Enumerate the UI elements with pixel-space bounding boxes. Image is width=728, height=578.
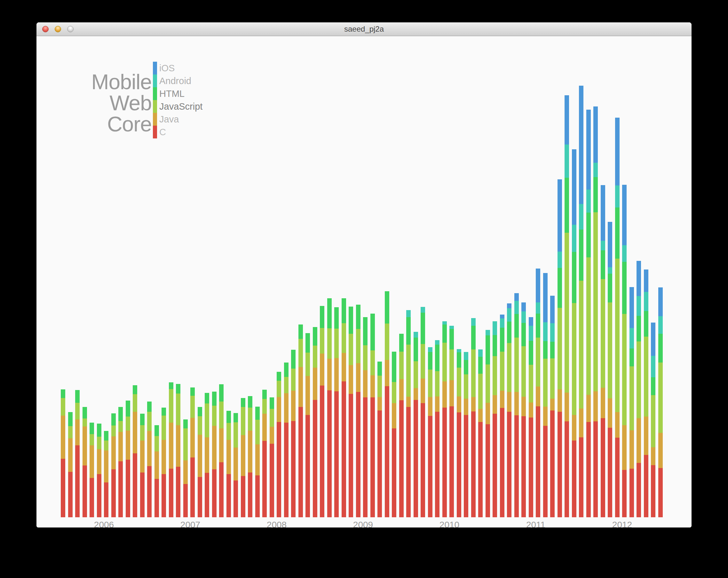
bar-segment-javascript: [428, 369, 433, 397]
bar-month-63: [514, 293, 519, 517]
bar-segment-ios: [608, 222, 612, 267]
bar-segment-html: [644, 311, 648, 337]
bar-segment-html: [385, 291, 389, 324]
bar-segment-java: [572, 415, 576, 441]
bar-segment-html: [615, 208, 620, 258]
bar-segment-c: [248, 472, 252, 517]
bar-segment-javascript: [565, 233, 569, 392]
bar-segment-java: [291, 391, 295, 421]
bar-segment-java: [586, 395, 591, 422]
bar-segment-javascript: [493, 356, 497, 395]
bar-segment-ios: [550, 296, 555, 323]
bar-segment-java: [500, 391, 504, 408]
bar-segment-java: [486, 403, 490, 424]
bar-segment-java: [219, 429, 224, 462]
bar-month-5: [97, 423, 101, 517]
bar-segment-javascript: [198, 416, 202, 435]
bar-segment-c: [198, 477, 202, 517]
bar-segment-java: [370, 375, 375, 397]
bar-segment-c: [579, 437, 583, 517]
bar-segment-html: [529, 341, 533, 365]
bar-segment-c: [147, 466, 152, 517]
stacked-bar-chart: 2006200720082009201020112012: [36, 36, 692, 527]
bar-segment-ios: [593, 107, 598, 163]
bar-segment-java: [521, 397, 526, 416]
bar-segment-android: [586, 190, 591, 213]
bar-segment-javascript: [442, 343, 447, 381]
bar-month-80: [636, 261, 641, 517]
bar-month-33: [298, 325, 303, 517]
bar-segment-java: [198, 435, 202, 477]
bar-segment-html: [651, 377, 655, 395]
bar-segment-html: [262, 390, 267, 399]
bar-segment-c: [89, 478, 94, 517]
bar-segment-javascript: [118, 421, 123, 432]
bar-month-59: [486, 330, 490, 517]
bar-segment-javascript: [521, 346, 526, 397]
bar-segment-java: [651, 447, 655, 465]
bar-segment-java: [133, 412, 137, 453]
bar-month-21: [212, 392, 216, 517]
zoom-button[interactable]: [67, 26, 74, 32]
bar-segment-java: [176, 425, 180, 467]
bar-segment-javascript: [471, 350, 476, 397]
bar-segment-html: [349, 307, 353, 334]
bar-segment-java: [363, 370, 367, 397]
bar-segment-android: [529, 326, 533, 341]
minimize-button[interactable]: [55, 26, 61, 32]
bar-month-7: [111, 413, 116, 517]
bar-segment-android: [486, 330, 490, 335]
bar-segment-c: [435, 412, 440, 517]
bar-segment-java: [155, 451, 159, 479]
bar-segment-html: [306, 333, 310, 353]
close-button[interactable]: [42, 26, 49, 32]
bar-segment-android: [414, 332, 418, 338]
bar-segment-ios: [572, 149, 576, 225]
bar-segment-javascript: [89, 434, 94, 445]
bar-segment-c: [529, 417, 533, 517]
bar-segment-javascript: [449, 350, 454, 380]
bar-segment-java: [385, 360, 389, 386]
bar-segment-java: [514, 392, 519, 415]
bar-segment-ios: [629, 287, 634, 328]
bar-segment-c: [284, 423, 288, 517]
bar-segment-java: [378, 397, 382, 411]
bar-segment-html: [414, 338, 418, 361]
bar-segment-c: [629, 469, 634, 517]
bar-month-48: [406, 310, 411, 517]
bar-segment-java: [111, 436, 116, 469]
bar-segment-java: [205, 437, 209, 473]
bar-month-64: [521, 302, 526, 517]
bar-segment-c: [493, 414, 497, 517]
bar-segment-c: [385, 386, 389, 517]
bar-segment-html: [176, 384, 180, 393]
bar-segment-javascript: [169, 389, 173, 423]
bar-segment-android: [593, 163, 598, 177]
bar-segment-javascript: [161, 416, 166, 440]
bar-segment-java: [306, 376, 310, 415]
bar-month-22: [219, 384, 224, 517]
bar-segment-java: [579, 409, 583, 437]
bar-segment-html: [435, 345, 440, 371]
bar-segment-android: [651, 356, 655, 377]
bar-segment-c: [82, 465, 87, 517]
bar-segment-java: [97, 449, 101, 474]
bar-segment-ios: [557, 180, 562, 252]
bar-segment-html: [457, 352, 461, 368]
bar-month-69: [557, 180, 562, 517]
bar-segment-html: [406, 317, 411, 345]
window-title: saeed_pj2a: [36, 22, 692, 36]
bar-segment-html: [227, 411, 231, 423]
bar-month-71: [572, 149, 576, 517]
window-titlebar[interactable]: saeed_pj2a: [36, 22, 692, 36]
bar-segment-java: [190, 418, 195, 458]
bar-segment-java: [557, 389, 562, 412]
bar-segment-html: [636, 316, 641, 341]
bar-segment-javascript: [414, 361, 418, 388]
bar-segment-android: [421, 307, 425, 313]
bar-segment-html: [68, 412, 73, 426]
bar-month-31: [284, 362, 288, 517]
bar-segment-c: [608, 428, 612, 517]
bar-segment-javascript: [658, 362, 663, 433]
bar-segment-c: [313, 400, 317, 517]
